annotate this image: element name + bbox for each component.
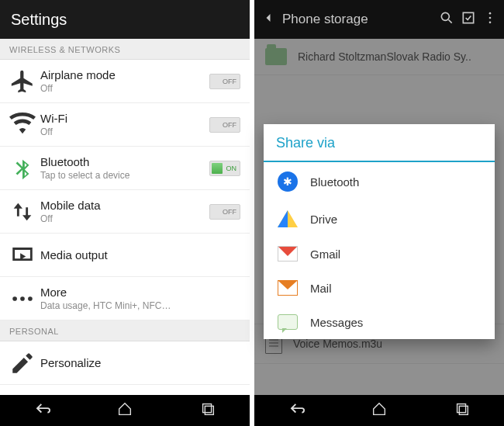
bluetooth-label: Bluetooth [40, 155, 209, 168]
row-bluetooth[interactable]: Bluetooth Tap to select a device ON [0, 147, 250, 190]
section-personal: PERSONAL [0, 320, 250, 341]
airplane-sub: Off [40, 83, 195, 94]
messages-icon [276, 314, 299, 330]
personalize-label: Personalize [40, 356, 240, 369]
back-icon[interactable] [261, 10, 276, 29]
bluetooth-sub: Tap to select a device [40, 170, 195, 181]
share-mail-label: Mail [310, 282, 332, 295]
nav-back-icon[interactable] [33, 400, 50, 421]
settings-screen: Settings WIRELESS & NETWORKS Airplane mo… [0, 0, 250, 426]
svg-point-8 [489, 17, 492, 19]
personalize-icon [9, 350, 36, 376]
drive-icon [276, 210, 299, 227]
share-drive[interactable]: Drive [264, 201, 495, 237]
file-titlebar: Phone storage [254, 0, 504, 39]
svg-rect-11 [460, 406, 468, 414]
share-bluetooth[interactable]: ✱ Bluetooth [264, 162, 495, 201]
section-wireless: WIRELESS & NETWORKS [0, 39, 250, 60]
nav-recents-icon[interactable] [199, 400, 216, 421]
more-label: More [40, 286, 240, 299]
svg-point-2 [28, 296, 33, 301]
gmail-icon [276, 246, 299, 261]
mail-icon [276, 280, 299, 296]
svg-point-5 [441, 12, 449, 20]
airplane-toggle[interactable]: OFF [209, 74, 240, 89]
mobile-toggle[interactable]: OFF [209, 204, 240, 220]
nav-bar-right [254, 395, 504, 426]
mobile-label: Mobile data [40, 199, 209, 212]
wifi-label: Wi-Fi [40, 112, 209, 125]
nav-home-icon[interactable] [116, 400, 133, 421]
settings-list[interactable]: WIRELESS & NETWORKS Airplane mode Off OF… [0, 39, 250, 395]
overflow-icon[interactable] [482, 10, 498, 29]
svg-point-1 [20, 296, 25, 301]
mobile-data-icon [9, 199, 36, 225]
nav-recents-icon[interactable] [454, 400, 471, 421]
more-icon [9, 286, 36, 312]
svg-point-7 [489, 12, 492, 15]
share-title: Share via [264, 124, 495, 162]
file-manager-screen: Phone storage Richard StoltzmanSlovak Ra… [254, 0, 504, 426]
svg-point-9 [489, 22, 492, 24]
svg-point-0 [12, 296, 17, 301]
svg-rect-6 [463, 12, 473, 23]
svg-rect-10 [457, 404, 466, 413]
row-mobile-data[interactable]: Mobile data Off OFF [0, 190, 250, 234]
nav-home-icon[interactable] [371, 400, 388, 421]
bluetooth-icon [9, 155, 36, 182]
share-messages[interactable]: Messages [264, 305, 495, 339]
media-label: Media output [40, 248, 240, 261]
select-icon[interactable] [461, 10, 476, 29]
airplane-icon [9, 68, 36, 95]
bluetooth-share-icon: ✱ [276, 171, 299, 192]
wifi-icon [9, 112, 36, 138]
more-sub: Data usage, HTC Mini+, NFC… [40, 300, 195, 311]
search-icon[interactable] [439, 10, 454, 29]
bluetooth-toggle[interactable]: ON [209, 161, 240, 176]
share-mail[interactable]: Mail [264, 271, 495, 305]
row-more[interactable]: More Data usage, HTC Mini+, NFC… [0, 277, 250, 320]
share-messages-label: Messages [310, 316, 363, 329]
share-gmail-label: Gmail [310, 248, 340, 261]
mobile-sub: Off [40, 213, 195, 224]
nav-bar-left [0, 395, 250, 426]
wifi-toggle[interactable]: OFF [209, 117, 240, 133]
svg-rect-4 [205, 406, 214, 414]
share-bluetooth-label: Bluetooth [310, 175, 359, 189]
settings-title: Settings [11, 11, 67, 29]
row-media-output[interactable]: Media output [0, 234, 250, 277]
media-output-icon [9, 242, 36, 268]
wifi-sub: Off [40, 126, 195, 137]
nav-back-icon[interactable] [288, 400, 305, 421]
share-dialog: Share via ✱ Bluetooth Drive Gmail Mail M… [264, 124, 495, 339]
row-airplane[interactable]: Airplane mode Off OFF [0, 60, 250, 103]
share-drive-label: Drive [310, 213, 337, 226]
airplane-label: Airplane mode [40, 68, 209, 81]
row-personalize[interactable]: Personalize [0, 341, 250, 385]
settings-titlebar: Settings [0, 0, 250, 39]
row-wifi[interactable]: Wi-Fi Off OFF [0, 103, 250, 147]
file-title: Phone storage [282, 12, 433, 27]
svg-rect-3 [203, 404, 212, 413]
share-gmail[interactable]: Gmail [264, 237, 495, 271]
